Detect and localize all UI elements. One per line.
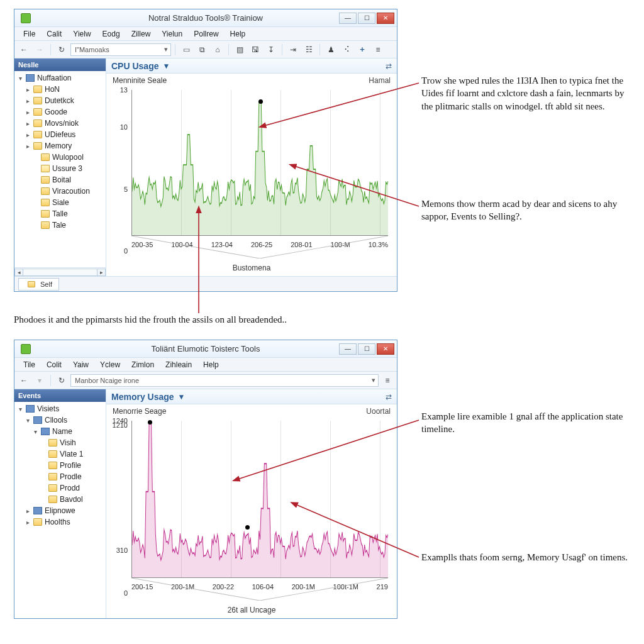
tree-item[interactable]: Bavdol (14, 494, 106, 505)
sidebar-hscroll[interactable]: ◂ ▸ (14, 267, 106, 276)
minimize-button[interactable]: — (339, 343, 357, 355)
tool-8[interactable]: ☷ (302, 43, 316, 57)
mid-caption: Phodoes it and the ppimarsts hid the fro… (14, 314, 416, 325)
panel-dropdown-icon[interactable]: ▼ (178, 392, 186, 401)
tab-self[interactable]: Self (18, 278, 59, 291)
tree-item[interactable]: ▾Visiets (14, 403, 106, 414)
close-button[interactable]: ✕ (377, 13, 394, 24)
tree[interactable]: ▾Visiets▾Cllools▾Name Visih Vlate 1 Prof… (14, 402, 106, 618)
tool-3[interactable]: ⌂ (211, 43, 225, 57)
tree-item[interactable]: ▸Goode (14, 106, 106, 118)
menu-6[interactable]: Yielun (157, 28, 187, 40)
tree-item[interactable]: ▾Cllools (14, 414, 106, 426)
address-text: I"Mamoaks (75, 46, 109, 53)
refresh-button[interactable]: ↻ (55, 374, 69, 387)
scroll-right-icon[interactable]: ▸ (97, 269, 106, 276)
titlebar[interactable]: Notral Stralduo Tools® Trainiow — ☐ ✕ (14, 9, 397, 27)
menu-help[interactable]: Help (225, 28, 251, 40)
tree-item[interactable]: Prodle (14, 471, 106, 482)
tree-item[interactable]: Profile (14, 460, 106, 471)
plot-area[interactable] (131, 421, 388, 578)
refresh-button[interactable]: ↻ (55, 43, 69, 57)
tree-item[interactable]: ▾Nuffaation (14, 72, 106, 84)
tree[interactable]: ▾Nuffaation▸HoN▸Dutetkck▸Goode▸Movs/niok… (14, 71, 106, 267)
menu-7[interactable]: Pollrew (189, 28, 223, 40)
tree-item[interactable]: ▸Elipnowe (14, 505, 106, 516)
tree-item[interactable]: Vlate 1 (14, 448, 106, 460)
tree-twisty[interactable]: ▸ (25, 86, 31, 93)
tree-item[interactable]: Viracoution (14, 186, 106, 197)
tree-item[interactable]: Tale (14, 219, 106, 231)
menu-icon[interactable]: ≡ (371, 43, 385, 57)
tool-9[interactable]: ♟ (324, 43, 338, 57)
tree-twisty[interactable]: ▾ (32, 428, 38, 435)
tool-6[interactable]: ↧ (264, 43, 278, 57)
tool-7[interactable]: ⇥ (286, 43, 300, 57)
minimize-button[interactable]: — (339, 13, 357, 24)
tree-twisty[interactable]: ▸ (25, 519, 31, 526)
menu-icon[interactable]: ≡ (380, 374, 394, 387)
tool-5[interactable]: 🖫 (248, 43, 262, 57)
scroll-left-icon[interactable]: ◂ (14, 269, 23, 276)
tree-twisty[interactable]: ▸ (25, 120, 31, 127)
folder-icon (41, 187, 50, 195)
menu-file[interactable]: File (18, 28, 40, 40)
add-button[interactable]: ＋ (355, 43, 369, 57)
menu-3[interactable]: Yaiw (68, 359, 94, 370)
plot-area[interactable] (131, 90, 388, 236)
menu-5[interactable]: Zimlon (126, 359, 159, 370)
menu-6[interactable]: Zihleain (160, 359, 197, 370)
tree-label: Cllools (45, 416, 67, 425)
scroll-track[interactable] (23, 269, 97, 276)
tree-item[interactable]: Prodd (14, 482, 106, 494)
tree-item[interactable]: Boital (14, 174, 106, 186)
tree-twisty[interactable]: ▾ (17, 75, 23, 82)
share-icon[interactable]: ⠪ (340, 43, 353, 57)
close-button[interactable]: ✕ (377, 343, 394, 355)
tree-twisty[interactable]: ▸ (25, 508, 31, 514)
menu-file[interactable]: Tile (18, 359, 40, 370)
address-combo[interactable]: I"Mamoaks ▾ (70, 43, 171, 56)
address-combo[interactable]: Manbor Ncaige irone ▾ (70, 374, 379, 387)
menu-4[interactable]: Yclew (95, 359, 125, 370)
panel-options-icon[interactable]: ⇄ (386, 62, 392, 70)
tree-item[interactable]: ▸UDiefeus (14, 129, 106, 140)
menu-5[interactable]: Zillew (126, 28, 156, 40)
tree-twisty[interactable]: ▾ (25, 417, 31, 424)
tree-item[interactable]: ▸Movs/niok (14, 118, 106, 129)
tree-item[interactable]: Talle (14, 208, 106, 219)
tree-item[interactable]: ▸Memory (14, 140, 106, 152)
tree-twisty[interactable]: ▸ (25, 97, 31, 104)
menu-4[interactable]: Eodg (97, 28, 125, 40)
titlebar[interactable]: Toliänt Elumotic Toisterc Tools — ☐ ✕ (14, 340, 397, 358)
tree-item[interactable]: ▸Hoolths (14, 516, 106, 528)
tree-item[interactable]: ▾Name (14, 426, 106, 437)
tree-item[interactable]: Wulopool (14, 152, 106, 163)
tree-twisty[interactable]: ▸ (25, 109, 31, 116)
tree-item[interactable]: Ussure 3 (14, 163, 106, 174)
maximize-button[interactable]: ☐ (358, 13, 375, 24)
tree-item[interactable]: ▸Dutetkck (14, 95, 106, 106)
tree-twisty[interactable]: ▸ (25, 143, 31, 150)
maximize-button[interactable]: ☐ (358, 343, 375, 355)
panel-options-icon[interactable]: ⇄ (386, 392, 392, 401)
tool-4[interactable]: ▤ (233, 43, 247, 57)
panel-dropdown-icon[interactable]: ▼ (162, 62, 170, 70)
tree-item[interactable]: ▸HoN (14, 84, 106, 95)
tree-twisty[interactable]: ▸ (25, 131, 31, 138)
window-memory: Toliänt Elumotic Toisterc Tools — ☐ ✕ Ti… (14, 340, 397, 619)
menu-view[interactable]: Yielw (68, 28, 96, 40)
tool-2[interactable]: ⧉ (195, 43, 209, 57)
tree-twisty[interactable]: ▾ (17, 406, 23, 413)
menu-edit[interactable]: Colit (42, 359, 67, 370)
menu-help[interactable]: Help (198, 359, 224, 370)
menu-edit[interactable]: Calit (42, 28, 67, 40)
main-panel: Memory Usage ▼ ⇄ Menorrie Seage Uoortal … (106, 389, 397, 618)
tool-1[interactable]: ▭ (179, 43, 193, 57)
tree-item[interactable]: Siale (14, 197, 106, 208)
back-button[interactable]: ← (17, 374, 31, 387)
tree-item[interactable]: Visih (14, 437, 106, 448)
back-button[interactable]: ← (17, 43, 31, 57)
forward-button[interactable]: ▾ (33, 374, 47, 387)
forward-button[interactable]: → (33, 43, 47, 57)
